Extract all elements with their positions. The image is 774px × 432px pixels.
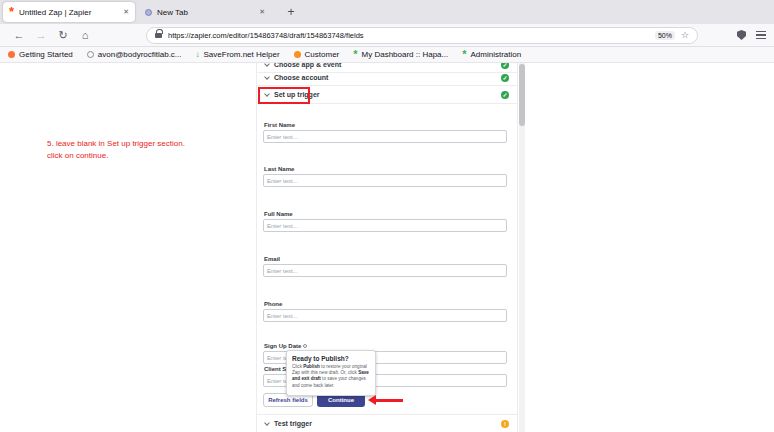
bookmark-label: My Dashboard :: Hapa... [362,50,449,59]
field-label-sign-up-date: Sign Up Date [264,343,307,349]
field-label-last-name: Last Name [264,166,294,172]
bookmark-administration[interactable]: * Administration [462,50,521,59]
browser-window: * Untitled Zap | Zapier ✕ New Tab ✕ + ← … [0,0,774,432]
customer-favicon-icon [294,51,301,58]
new-tab-button[interactable]: + [281,5,301,19]
scrollbar-thumb[interactable] [519,64,525,126]
tooltip-body: Click Publish to restore your original Z… [292,364,370,389]
nav-right-icons [737,30,766,40]
tab-bar: * Untitled Zap | Zapier ✕ New Tab ✕ + [0,0,774,24]
home-icon[interactable]: ⌂ [74,24,96,47]
bookmark-label: avon@bodyrocfitlab.c... [98,50,182,59]
bookmark-label: Customer [305,50,340,59]
annotation-line-1: 5. leave blank in Set up trigger section… [47,138,185,150]
info-icon [303,344,307,348]
scrollbar-track[interactable] [519,63,525,432]
field-label-full-name: Full Name [264,211,293,217]
shield-icon[interactable] [737,30,746,40]
download-arrow-icon: ↓ [196,51,200,59]
chevron-down-icon [264,74,270,80]
zapier-editor-panel: Choose app & event ✓ Choose account ✓ Se… [256,63,518,432]
field-label-email: Email [264,256,280,262]
url-text: https://zapier.com/editor/154863748/draf… [168,31,655,40]
bookmarks-bar: Getting Started avon@bodyrocfitlab.c... … [0,47,774,63]
section-label: Test trigger [274,420,312,427]
bookmark-label: Administration [471,50,522,59]
section-choose-account[interactable]: Choose account ✓ [257,70,517,86]
lock-icon [155,33,162,38]
bookmark-star-icon[interactable]: ☆ [681,31,689,40]
address-bar[interactable]: https://zapier.com/editor/154863748/draf… [146,27,698,44]
annotation-red-box [258,87,310,104]
check-icon: ✓ [501,74,509,82]
tab-zapier[interactable]: * Untitled Zap | Zapier ✕ [3,2,135,22]
annotation-arrow-line [376,399,403,402]
zoom-level-badge[interactable]: 50% [655,31,675,40]
admin-favicon-icon: * [462,51,466,58]
tab-title: New Tab [157,8,255,17]
tab-close-icon[interactable]: ✕ [123,8,129,16]
navigation-bar: ← → ↻ ⌂ https://zapier.com/editor/154863… [0,24,774,47]
email-input[interactable] [263,264,507,277]
forward-icon[interactable]: → [30,24,52,47]
warning-icon: ! [501,420,509,428]
chevron-down-icon [264,63,270,66]
reload-icon[interactable]: ↻ [52,24,74,47]
section-test-trigger[interactable]: Test trigger ! [257,414,517,432]
chevron-down-icon [264,420,270,426]
tab-close-icon[interactable]: ✕ [259,8,265,16]
tab-title: Untitled Zap | Zapier [19,8,119,17]
bookmark-avon-email[interactable]: avon@bodyrocfitlab.c... [87,50,182,59]
bookmark-customer[interactable]: Customer [294,50,340,59]
check-icon: ✓ [501,63,509,69]
bookmark-label: SaveFrom.net Helper [204,50,280,59]
annotation-line-2: click on continue. [47,150,185,162]
bookmark-savefrom-helper[interactable]: ↓ SaveFrom.net Helper [196,50,280,59]
bookmark-getting-started[interactable]: Getting Started [8,50,73,59]
field-label-first-name: First Name [264,122,295,128]
full-name-input[interactable] [263,219,507,232]
field-label-phone: Phone [264,301,282,307]
last-name-input[interactable] [263,174,507,187]
annotation-arrow-head [368,395,376,405]
check-icon: ✓ [501,91,509,99]
bookmark-my-dashboard[interactable]: * My Dashboard :: Hapa... [353,50,448,59]
tooltip-title: Ready to Publish? [292,355,370,362]
phone-input[interactable] [263,309,507,322]
back-icon[interactable]: ← [8,24,30,47]
page-favicon-icon [145,9,152,16]
annotation-note: 5. leave blank in Set up trigger section… [47,138,185,162]
menu-icon[interactable] [756,31,766,40]
tab-new-tab[interactable]: New Tab ✕ [139,2,271,22]
bookmark-label: Getting Started [19,50,73,59]
first-name-input[interactable] [263,130,507,143]
section-label: Choose account [274,74,328,81]
ready-to-publish-tooltip: Ready to Publish? Click Publish to resto… [286,350,376,396]
page-content: 5. leave blank in Set up trigger section… [0,63,774,432]
zapier-favicon-icon: * [9,7,14,17]
globe-icon [87,51,94,58]
firefox-flame-icon [8,51,15,58]
section-label: Choose app & event [274,63,341,68]
hapa-favicon-icon: * [353,51,357,58]
